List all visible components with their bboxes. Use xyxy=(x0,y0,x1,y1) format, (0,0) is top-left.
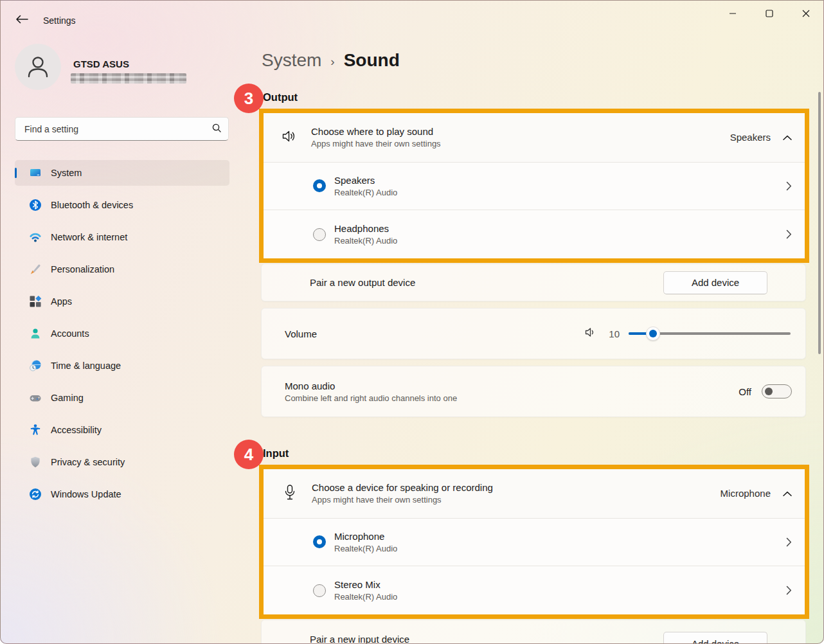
accounts-icon xyxy=(29,327,42,340)
mono-toggle-state: Off xyxy=(739,386,751,397)
breadcrumb-separator: › xyxy=(330,53,334,69)
apps-icon xyxy=(29,295,42,308)
maximize-icon xyxy=(766,8,773,20)
sidebar-item-label: Personalization xyxy=(51,264,114,274)
search-input[interactable] xyxy=(24,124,211,134)
sidebar-item-accessibility[interactable]: Accessibility xyxy=(15,417,229,443)
sidebar-item-windows-update[interactable]: Windows Update xyxy=(15,481,229,507)
annotation-badge-4: 4 xyxy=(234,440,264,469)
chevron-up-icon xyxy=(782,488,793,499)
network-icon xyxy=(29,231,42,244)
breadcrumb-system[interactable]: System xyxy=(262,50,321,71)
settings-window: Settings GTSD ASUS xyxy=(0,0,824,644)
sidebar: GTSD ASUS System Bluetooth & devices xyxy=(1,29,245,643)
back-arrow-icon xyxy=(15,14,29,27)
privacy-icon xyxy=(29,456,42,469)
chevron-right-icon xyxy=(786,181,805,191)
chevron-up-icon xyxy=(782,132,793,143)
output-device-dropdown[interactable]: Speakers xyxy=(730,132,805,143)
system-icon xyxy=(29,166,42,179)
add-output-device-button[interactable]: Add device xyxy=(663,271,767,294)
volume-slider[interactable] xyxy=(629,326,791,341)
sidebar-item-label: Gaming xyxy=(51,393,84,403)
breadcrumb: System › Sound xyxy=(262,50,400,71)
mono-audio-title: Mono audio xyxy=(285,380,457,391)
search-box[interactable] xyxy=(15,117,229,141)
volume-label: Volume xyxy=(285,328,317,339)
account-email-redacted xyxy=(71,73,186,84)
chevron-right-icon xyxy=(786,229,805,239)
gaming-icon xyxy=(29,391,42,404)
input-device-dropdown[interactable]: Microphone xyxy=(721,488,805,499)
personalization-icon xyxy=(29,263,42,276)
add-input-device-button[interactable]: Add device xyxy=(663,632,767,644)
maximize-button[interactable] xyxy=(755,1,784,28)
pair-input-label: Pair a new input device xyxy=(310,634,409,644)
sidebar-item-bluetooth-devices[interactable]: Bluetooth & devices xyxy=(15,192,229,218)
main-content: System › Sound 3 Output Choose where to … xyxy=(261,29,806,644)
pair-output-row: Pair a new output device Add device xyxy=(261,264,806,301)
device-detail: Realtek(R) Audio xyxy=(334,188,397,197)
sidebar-nav: System Bluetooth & devices Network & int… xyxy=(7,160,237,514)
window-title: Settings xyxy=(43,15,76,26)
input-device-expander: Choose a device for speaking or recordin… xyxy=(264,469,805,614)
mono-audio-subtitle: Combine left and right audio channels in… xyxy=(285,393,457,403)
radio-unselected-icon[interactable] xyxy=(313,584,326,597)
sidebar-item-privacy-security[interactable]: Privacy & security xyxy=(15,449,229,475)
device-detail: Realtek(R) Audio xyxy=(334,544,397,553)
avatar[interactable] xyxy=(15,44,61,90)
titlebar: Settings xyxy=(1,1,823,29)
close-button[interactable] xyxy=(791,1,821,28)
sidebar-item-label: Accounts xyxy=(51,328,89,339)
input-device-value: Microphone xyxy=(721,488,771,499)
volume-value: 10 xyxy=(607,328,620,339)
sidebar-item-label: Time & language xyxy=(51,361,121,371)
sidebar-item-label: Network & internet xyxy=(51,232,127,242)
sidebar-item-gaming[interactable]: Gaming xyxy=(15,385,229,411)
slider-thumb[interactable] xyxy=(646,326,660,341)
person-icon xyxy=(24,53,51,80)
bluetooth-icon xyxy=(29,199,42,211)
sidebar-item-label: Bluetooth & devices xyxy=(51,200,133,210)
mono-audio-toggle[interactable] xyxy=(762,384,792,398)
back-button[interactable] xyxy=(12,12,31,29)
output-device-headphones-row[interactable]: Headphones Realtek(R) Audio xyxy=(264,210,805,258)
device-name: Headphones xyxy=(334,223,397,234)
choose-input-subtitle: Apps might have their own settings xyxy=(312,495,493,505)
sidebar-item-system[interactable]: System xyxy=(15,160,229,186)
device-name: Stereo Mix xyxy=(334,579,397,590)
page-title: Sound xyxy=(344,50,400,71)
minimize-button[interactable] xyxy=(718,1,748,28)
choose-output-title: Choose where to play sound xyxy=(311,126,441,137)
output-device-value: Speakers xyxy=(730,132,771,143)
speaker-output-icon xyxy=(281,128,298,147)
device-detail: Realtek(R) Audio xyxy=(334,592,397,602)
device-detail: Realtek(R) Audio xyxy=(334,236,397,246)
input-device-stereo-mix-row[interactable]: Stereo Mix Realtek(R) Audio xyxy=(264,566,805,614)
sidebar-item-label: System xyxy=(51,168,82,178)
toggle-knob xyxy=(765,388,773,395)
sidebar-item-apps[interactable]: Apps xyxy=(15,289,229,314)
pair-output-label: Pair a new output device xyxy=(310,277,415,288)
output-section-label: Output xyxy=(263,91,298,103)
input-device-microphone-row[interactable]: Microphone Realtek(R) Audio xyxy=(264,519,805,567)
choose-input-row[interactable]: Choose a device for speaking or recordin… xyxy=(264,469,805,519)
sidebar-item-time-language[interactable]: Time & language xyxy=(15,353,229,379)
device-name: Speakers xyxy=(334,175,397,186)
mono-audio-card: Mono audio Combine left and right audio … xyxy=(261,366,806,417)
radio-selected-icon[interactable] xyxy=(313,179,326,192)
chevron-right-icon xyxy=(786,537,805,547)
radio-selected-icon[interactable] xyxy=(313,535,326,548)
chevron-right-icon xyxy=(786,586,805,595)
account-name: GTSD ASUS xyxy=(73,58,129,69)
volume-speaker-icon[interactable] xyxy=(584,325,598,342)
scrollbar[interactable] xyxy=(818,92,821,354)
radio-unselected-icon[interactable] xyxy=(313,228,326,241)
volume-card: Volume 10 xyxy=(261,308,806,359)
choose-output-row[interactable]: Choose where to play sound Apps might ha… xyxy=(264,113,805,163)
device-name: Microphone xyxy=(334,531,397,542)
sidebar-item-network-internet[interactable]: Network & internet xyxy=(15,224,229,250)
output-device-speakers-row[interactable]: Speakers Realtek(R) Audio xyxy=(264,163,805,211)
sidebar-item-accounts[interactable]: Accounts xyxy=(15,321,229,346)
sidebar-item-personalization[interactable]: Personalization xyxy=(15,256,229,282)
